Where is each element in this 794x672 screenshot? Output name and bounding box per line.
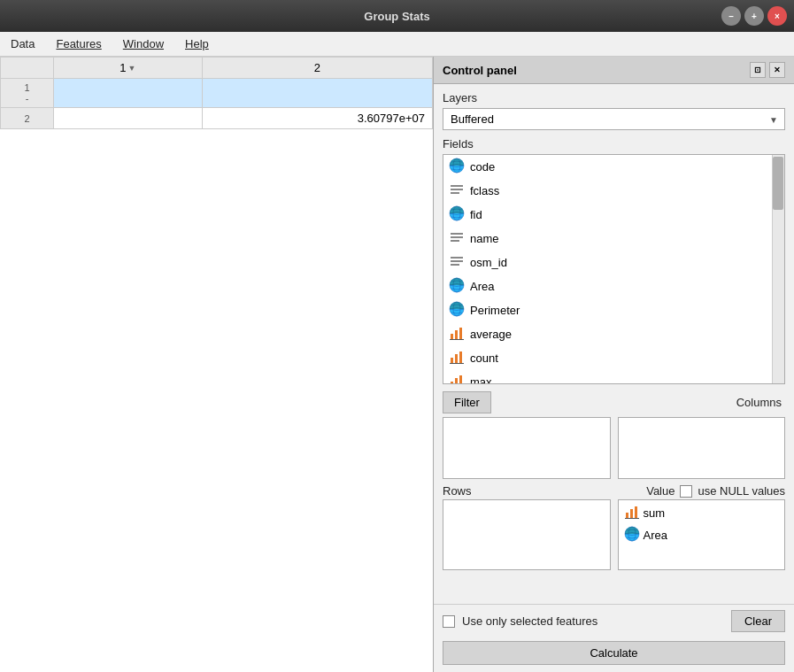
maximize-button[interactable]: + <box>744 6 764 26</box>
svg-rect-5 <box>451 192 459 194</box>
value-item-Area[interactable]: Area <box>621 524 783 546</box>
minimize-button[interactable]: – <box>721 6 741 26</box>
layers-select-wrapper: Buffered <box>443 108 785 130</box>
field-label: max <box>470 375 492 384</box>
fields-list[interactable]: code fclass fid name osm_id Area <box>443 154 785 384</box>
name-icon <box>449 229 465 248</box>
svg-rect-30 <box>455 378 458 384</box>
field-label: Area <box>470 280 494 293</box>
svg-rect-29 <box>451 382 453 384</box>
fclass-icon <box>449 182 465 200</box>
drop-zones-row <box>434 417 794 483</box>
col-header-2[interactable]: 2 <box>202 58 432 79</box>
Area-icon <box>624 526 640 545</box>
svg-rect-14 <box>451 264 459 266</box>
fields-label: Fields <box>443 137 785 151</box>
control-panel-header: Control panel ⊡ ✕ <box>434 57 794 84</box>
field-label: count <box>470 351 498 365</box>
osm_id-icon <box>449 253 465 272</box>
use-selected-checkbox[interactable] <box>443 615 455 628</box>
calculate-bar: Calculate <box>434 637 794 672</box>
layers-select[interactable]: Buffered <box>443 108 785 130</box>
rows-drop-zone[interactable] <box>443 499 611 570</box>
menu-bar: Data Features Window Help <box>0 32 794 57</box>
field-item-name[interactable]: name <box>443 227 784 251</box>
menu-features[interactable]: Features <box>52 35 104 52</box>
Area-icon <box>449 277 465 296</box>
svg-rect-4 <box>451 189 463 190</box>
field-item-average[interactable]: average <box>443 322 784 346</box>
col-header-1[interactable]: 1 ▼ <box>54 58 203 79</box>
rows-value-row: Rows Value use NULL values <box>434 483 794 499</box>
scrollbar-thumb[interactable] <box>773 157 783 210</box>
scrollbar-track[interactable] <box>772 155 784 383</box>
count-icon <box>449 349 465 367</box>
title-bar: Group Stats – + × <box>0 0 794 32</box>
svg-rect-25 <box>451 358 453 363</box>
code-icon <box>449 158 465 176</box>
field-label: Perimeter <box>470 304 520 317</box>
value-drop-zones-row: sum Area <box>434 499 794 574</box>
cp-close-button[interactable]: ✕ <box>769 62 785 78</box>
close-button[interactable]: × <box>767 6 787 26</box>
field-item-code[interactable]: code <box>443 155 784 179</box>
fields-section: Fields code fclass fid name osm_id <box>434 137 794 388</box>
svg-rect-21 <box>451 334 453 339</box>
svg-rect-35 <box>635 506 637 518</box>
control-panel-title: Control panel <box>443 64 517 77</box>
svg-rect-31 <box>459 375 462 384</box>
layers-label: Layers <box>443 91 785 104</box>
bottom-bar: Use only selected features Clear <box>434 604 794 637</box>
value-label: Value <box>646 484 675 498</box>
sort-icon-1: ▼ <box>127 64 135 73</box>
value-drop-zone[interactable]: sum Area <box>618 499 786 570</box>
filter-drop-zone[interactable] <box>443 417 611 479</box>
cp-restore-button[interactable]: ⊡ <box>750 62 766 78</box>
svg-rect-3 <box>451 185 463 187</box>
menu-window[interactable]: Window <box>119 35 167 52</box>
max-icon <box>449 373 465 384</box>
filter-button[interactable]: Filter <box>443 391 491 413</box>
use-null-checkbox[interactable] <box>680 485 692 498</box>
field-item-max[interactable]: max <box>443 370 784 384</box>
left-panel: 1 ▼ 2 1- <box>0 57 434 672</box>
field-item-Perimeter[interactable]: Perimeter <box>443 298 784 322</box>
field-item-count[interactable]: count <box>443 346 784 370</box>
table-row[interactable]: 1- <box>1 79 433 108</box>
control-panel-icons: ⊡ ✕ <box>750 62 785 78</box>
value-item-sum[interactable]: sum <box>621 502 783 524</box>
svg-rect-9 <box>451 233 463 235</box>
svg-rect-23 <box>459 328 462 339</box>
field-label: code <box>470 160 495 174</box>
clear-button[interactable]: Clear <box>731 610 785 632</box>
use-null-label: use NULL values <box>698 484 785 498</box>
field-item-fid[interactable]: fid <box>443 203 784 227</box>
svg-rect-33 <box>626 513 628 518</box>
value-item-label: sum <box>644 506 666 520</box>
value-item-label: Area <box>644 529 667 542</box>
svg-rect-11 <box>451 240 459 242</box>
use-selected-label: Use only selected features <box>462 614 724 628</box>
svg-rect-26 <box>455 354 458 363</box>
field-label: osm_id <box>470 256 507 269</box>
rows-label: Rows <box>443 484 472 498</box>
field-item-Area[interactable]: Area <box>443 274 784 298</box>
svg-rect-22 <box>455 330 458 339</box>
field-label: name <box>470 232 499 245</box>
calculate-button[interactable]: Calculate <box>443 641 785 665</box>
table-row[interactable]: 2 3.60797e+07 <box>1 108 433 129</box>
field-item-fclass[interactable]: fclass <box>443 179 784 203</box>
columns-drop-zone[interactable] <box>618 417 786 479</box>
menu-help[interactable]: Help <box>181 35 212 52</box>
layers-section: Layers Buffered <box>434 84 794 137</box>
svg-rect-27 <box>459 351 462 363</box>
fid-icon <box>449 205 465 224</box>
main-content: 1 ▼ 2 1- <box>0 57 794 672</box>
field-item-osm_id[interactable]: osm_id <box>443 251 784 274</box>
svg-rect-34 <box>630 509 633 518</box>
right-panel: Control panel ⊡ ✕ Layers Buffered Fields <box>434 57 794 672</box>
value-section: Value use NULL values <box>646 484 785 498</box>
menu-data[interactable]: Data <box>7 35 38 52</box>
app-title: Group Stats <box>364 10 429 23</box>
field-label: fid <box>470 208 482 221</box>
